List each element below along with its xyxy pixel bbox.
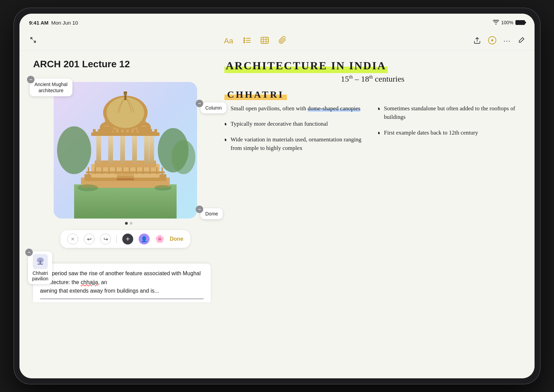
- svg-rect-65: [129, 167, 130, 174]
- toolbar-center: Aa: [224, 36, 287, 46]
- hw-right-bullets: • Sometimes standalone but often added t…: [378, 104, 521, 159]
- bottom-text-continued: awning that extends away from buildings …: [40, 288, 159, 294]
- svg-rect-54: [139, 129, 142, 133]
- attachment-icon[interactable]: [278, 36, 287, 46]
- svg-rect-66: [136, 167, 137, 174]
- scroll-bar: [40, 298, 204, 299]
- svg-rect-51: [124, 129, 126, 133]
- image-toolbar: ✕ ↩ ↪ + 👤: [60, 230, 190, 248]
- svg-point-1: [243, 39, 245, 41]
- undo-icon: ↩: [87, 236, 92, 242]
- battery-icon: [515, 20, 525, 25]
- wifi-icon: [493, 20, 499, 26]
- collapse-icon[interactable]: [29, 36, 37, 46]
- svg-rect-71: [117, 173, 134, 176]
- toolbar-right: ···: [473, 36, 525, 46]
- hw-bullet-2-text: Typically more decorative than functiona…: [231, 121, 328, 127]
- mughal-remove-btn[interactable]: −: [27, 76, 34, 83]
- chhatri-pavilion-text: Chhatripavilion: [32, 270, 48, 281]
- plus-icon: +: [126, 235, 130, 243]
- svg-point-0: [243, 37, 245, 39]
- svg-rect-50: [119, 129, 121, 133]
- undo-btn[interactable]: ↩: [84, 234, 95, 244]
- column-remove-btn[interactable]: −: [196, 100, 203, 107]
- person-btn[interactable]: 👤: [139, 234, 150, 244]
- svg-rect-23: [108, 133, 113, 164]
- hw-bullet-3-text: Wide variation in materials used, orname…: [231, 136, 361, 152]
- hw-notes-grid: • Small open pavilions, often with dome-…: [224, 104, 521, 159]
- flower-btn[interactable]: 🌸: [155, 235, 164, 243]
- main-content: ARCH 201 Lecture 12 − Ancient Mughalarch…: [19, 51, 535, 378]
- hw-bullet-4-text: Sometimes standalone but often added to …: [384, 105, 515, 121]
- bottom-text-area: This period saw the rise of another feat…: [33, 264, 211, 302]
- font-button[interactable]: Aa: [224, 37, 233, 45]
- pagination-dot-2[interactable]: [130, 222, 133, 225]
- status-right: 100%: [493, 20, 525, 26]
- svg-point-74: [78, 184, 98, 191]
- hw-bullet-4: • Sometimes standalone but often added t…: [378, 104, 521, 122]
- add-btn[interactable]: +: [122, 234, 133, 244]
- svg-point-75: [154, 185, 171, 191]
- svg-rect-42: [104, 126, 109, 127]
- done-btn[interactable]: Done: [170, 236, 183, 242]
- close-icon: ✕: [71, 236, 75, 242]
- hw-section-title: CHHATRI: [224, 89, 287, 100]
- share-icon[interactable]: [473, 37, 481, 45]
- hw-section-container: CHHATRI: [224, 89, 521, 100]
- status-date: Mon Jun 10: [51, 20, 78, 26]
- svg-rect-70: [162, 167, 163, 174]
- pagination-dot-1[interactable]: [125, 222, 128, 225]
- svg-rect-78: [38, 264, 43, 265]
- compose-icon[interactable]: [517, 37, 525, 45]
- chhatri-mini-icon: [33, 254, 48, 269]
- hw-bullet-2: • Typically more decorative than functio…: [224, 120, 368, 128]
- note-title: ARCH 201 Lecture 12: [33, 59, 211, 70]
- right-column: ARCHITECTURE IN INDIA 15th – 18th centur…: [211, 59, 521, 378]
- svg-rect-64: [122, 167, 123, 174]
- battery-percentage: 100%: [501, 20, 513, 25]
- svg-rect-68: [149, 167, 151, 174]
- markup-icon[interactable]: [488, 36, 497, 46]
- svg-rect-27: [149, 133, 154, 164]
- svg-rect-37: [124, 95, 126, 100]
- image-card: − Column − Dome: [54, 82, 197, 219]
- redo-icon: ↪: [103, 236, 108, 242]
- table-icon[interactable]: [261, 37, 269, 45]
- hw-subtitle: 15th – 18th centuries: [224, 74, 521, 84]
- handwriting-area: ARCHITECTURE IN INDIA 15th – 18th centur…: [224, 59, 521, 378]
- svg-rect-60: [95, 167, 96, 174]
- more-icon[interactable]: ···: [503, 37, 511, 45]
- hw-left-bullets: • Small open pavilions, often with dome-…: [224, 104, 368, 159]
- redo-btn[interactable]: ↪: [100, 234, 111, 244]
- dome-label-text: Dome: [200, 208, 223, 219]
- list-icon[interactable]: [243, 37, 251, 45]
- svg-point-12: [491, 39, 493, 41]
- svg-rect-62: [108, 167, 110, 174]
- svg-rect-57: [154, 129, 157, 133]
- svg-rect-61: [101, 167, 103, 174]
- svg-rect-58: [86, 171, 165, 173]
- svg-rect-49: [113, 129, 116, 133]
- svg-rect-67: [142, 167, 144, 174]
- svg-rect-48: [108, 129, 111, 133]
- svg-rect-46: [98, 129, 101, 133]
- svg-point-2: [243, 41, 245, 43]
- hw-bullet-5-text: First example dates back to 12th century: [384, 129, 478, 136]
- svg-point-40: [100, 122, 113, 134]
- chhatri-remove-btn[interactable]: −: [25, 249, 33, 256]
- svg-rect-56: [149, 129, 152, 133]
- hw-bullet-1: • Small open pavilions, often with dome-…: [224, 104, 368, 113]
- toolbar: Aa: [19, 31, 535, 51]
- dome-remove-btn[interactable]: −: [196, 206, 203, 213]
- svg-rect-6: [261, 37, 268, 43]
- toolbar-left: [29, 36, 37, 46]
- svg-point-36: [107, 97, 144, 128]
- hw-bullet-5: • First example dates back to 12th centu…: [378, 128, 521, 137]
- close-edit-btn[interactable]: ✕: [67, 234, 78, 244]
- svg-rect-59: [88, 167, 89, 174]
- svg-rect-53: [134, 129, 137, 133]
- ipad-screen: 9:41 AM Mon Jun 10 100%: [19, 14, 535, 378]
- svg-rect-45: [93, 129, 96, 133]
- svg-rect-26: [144, 133, 149, 164]
- toolbar-divider: [116, 235, 117, 243]
